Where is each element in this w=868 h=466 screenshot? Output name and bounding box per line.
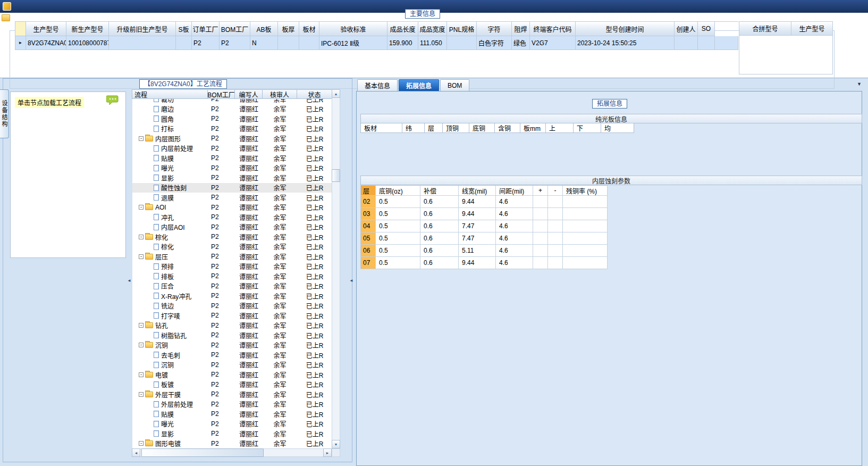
main-column-header[interactable]: 字符: [477, 22, 512, 36]
tree-node-row[interactable]: 压合P2谭丽红余军已上R: [132, 281, 332, 292]
tree-collapse-box[interactable]: -: [139, 136, 144, 141]
etch-column-header[interactable]: 层: [361, 186, 376, 196]
main-grid-cell[interactable]: P2: [220, 36, 250, 50]
tree-vertical-scrollbar[interactable]: ▲ ▼: [332, 89, 340, 448]
tree-node-row[interactable]: 板镀P2谭丽红余军已上R: [132, 380, 332, 390]
etch-cell[interactable]: 07: [361, 257, 376, 269]
blank-board-column-header[interactable]: 顶铜: [443, 123, 469, 133]
main-grid-selected-row[interactable]: ► 8V2G74ZNA010010800078796P2P2NIPC-6012 …: [15, 36, 738, 50]
etch-cell[interactable]: [563, 196, 608, 208]
etch-cell[interactable]: 0.5: [376, 232, 420, 245]
tree-node-row[interactable]: 树脂钻孔P2谭丽红余军已上R: [132, 330, 332, 340]
etch-row[interactable]: 030.50.69.444.6: [361, 208, 608, 220]
tree-node-row[interactable]: -AOIP2谭丽红余军已上R: [132, 203, 332, 213]
tree-node-row[interactable]: 裁切P2谭丽红余军已上R: [132, 99, 332, 104]
etch-cell[interactable]: 9.44: [459, 208, 496, 220]
etch-cell[interactable]: 4.6: [496, 245, 533, 257]
tree-column-header[interactable]: BOM工厂: [208, 90, 235, 99]
etch-cell[interactable]: [563, 257, 608, 269]
etch-cell[interactable]: [533, 257, 548, 269]
blank-board-column-header[interactable]: 下: [574, 123, 601, 133]
etch-cell[interactable]: 5.11: [459, 245, 496, 257]
tree-collapse-box[interactable]: -: [139, 205, 144, 210]
main-grid-cell[interactable]: [176, 36, 192, 50]
tree-node-row[interactable]: 打字唛P2谭丽红余军已上R: [132, 311, 332, 321]
tree-node-row[interactable]: 曝光P2谭丽红余军已上R: [132, 163, 332, 173]
etch-cell[interactable]: [533, 245, 548, 257]
main-grid-cell[interactable]: 10010800078796: [66, 36, 109, 50]
row-selector-cell[interactable]: ►: [15, 36, 26, 50]
tree-node-row[interactable]: X-Ray冲孔P2谭丽红余军已上R: [132, 291, 332, 301]
main-grid-cell[interactable]: [675, 36, 698, 50]
main-column-header[interactable]: PNL规格: [447, 22, 477, 36]
main-column-header[interactable]: 创建人: [675, 22, 698, 36]
etch-cell[interactable]: 4.6: [496, 257, 533, 269]
blank-board-column-header[interactable]: 上: [546, 123, 574, 133]
select-all-corner-cell[interactable]: [15, 22, 26, 36]
tree-node-row[interactable]: 棕化P2谭丽红余军已上R: [132, 242, 332, 252]
blank-board-column-header[interactable]: 含铜: [495, 123, 520, 133]
etch-cell[interactable]: 0.6: [420, 208, 459, 220]
blank-board-column-header[interactable]: 纬: [402, 123, 425, 133]
tree-node-row[interactable]: -层压P2谭丽红余军已上R: [132, 252, 332, 262]
tree-node-row[interactable]: -内层图形P2谭丽红余军已上R: [132, 134, 332, 144]
scrollbar-track[interactable]: [332, 98, 340, 440]
tree-node-row[interactable]: 显影P2谭丽红余军已上R: [132, 173, 332, 183]
etch-cell[interactable]: 7.47: [459, 232, 496, 245]
tree-node-row[interactable]: -棕化P2谭丽红余军已上R: [132, 232, 332, 242]
tree-node-row[interactable]: 贴膜P2谭丽红余军已上R: [132, 153, 332, 163]
etch-cell[interactable]: 0.5: [376, 245, 420, 257]
blank-board-column-header[interactable]: 均: [601, 123, 634, 133]
etch-column-header[interactable]: +: [533, 186, 548, 196]
main-column-header[interactable]: 阻焊: [512, 22, 530, 36]
etch-cell[interactable]: 02: [361, 196, 376, 208]
etch-cell[interactable]: 9.44: [459, 196, 496, 208]
tab-basic-info[interactable]: 基本信息: [357, 79, 398, 91]
etch-column-header[interactable]: 补偿: [420, 186, 459, 196]
tree-node-row[interactable]: 打标P2谭丽红余军已上R: [132, 124, 332, 134]
etch-cell[interactable]: 0.5: [376, 257, 420, 269]
tree-collapse-box[interactable]: -: [139, 441, 144, 446]
etch-cell[interactable]: 9.44: [459, 257, 496, 269]
etch-cell[interactable]: [563, 232, 608, 245]
main-column-header[interactable]: 成品长度: [387, 22, 418, 36]
main-column-header[interactable]: BOM工厂: [220, 22, 250, 36]
tree-collapse-box[interactable]: -: [139, 343, 144, 347]
etch-cell[interactable]: 4.6: [496, 196, 533, 208]
main-grid-cell[interactable]: V2G7: [530, 36, 576, 50]
tree-collapse-box[interactable]: -: [139, 392, 144, 397]
etch-cell[interactable]: 0.6: [420, 232, 459, 245]
splitter-note-tree[interactable]: [127, 91, 132, 459]
panel-collapse-arrow-icon[interactable]: ◄: [349, 279, 353, 283]
merge-column-header[interactable]: 合拼型号: [739, 22, 791, 36]
main-column-header[interactable]: 生产型号: [26, 22, 66, 36]
tree-node-row[interactable]: 预排P2谭丽红余军已上R: [132, 262, 332, 272]
tree-node-row[interactable]: 外层前处理P2谭丽红余军已上R: [132, 400, 332, 410]
main-grid-cell[interactable]: N: [250, 36, 278, 50]
tree-column-header[interactable]: 编写人: [235, 90, 263, 99]
main-grid-cell[interactable]: 111.050: [418, 36, 447, 50]
main-grid-cell[interactable]: 159.900: [387, 36, 418, 50]
etch-cell[interactable]: [548, 257, 563, 269]
etch-cell[interactable]: 7.47: [459, 220, 496, 232]
blank-board-column-header[interactable]: 板mm: [520, 123, 546, 133]
tree-node-row[interactable]: 排板P2谭丽红余军已上R: [132, 271, 332, 281]
etch-row[interactable]: 040.50.67.474.6: [361, 220, 608, 232]
tree-column-header[interactable]: 核审人: [263, 90, 297, 99]
main-column-header[interactable]: SO: [698, 22, 715, 36]
main-grid-cell[interactable]: [299, 36, 319, 50]
tree-node-row[interactable]: 去毛刺P2谭丽红余军已上R: [132, 350, 332, 360]
etch-cell[interactable]: 03: [361, 208, 376, 220]
tree-column-header[interactable]: 流程: [132, 90, 208, 99]
etch-cell[interactable]: [548, 196, 563, 208]
blank-board-column-header[interactable]: 板材: [361, 123, 402, 133]
etch-cell[interactable]: [548, 232, 563, 245]
etch-cell[interactable]: 0.5: [376, 220, 420, 232]
main-grid-cell[interactable]: 8V2G74ZNA0: [26, 36, 66, 50]
etch-cell[interactable]: 4.6: [496, 208, 533, 220]
tree-node-row[interactable]: 圆角P2谭丽红余军已上R: [132, 114, 332, 124]
main-column-header[interactable]: 验收标准: [319, 22, 387, 36]
etch-cell[interactable]: 4.6: [496, 232, 533, 245]
tree-node-row[interactable]: 曝光P2谭丽红余军已上R: [132, 419, 332, 429]
tree-node-row[interactable]: 酸性蚀刻P2谭丽红余军已上R: [132, 183, 332, 193]
